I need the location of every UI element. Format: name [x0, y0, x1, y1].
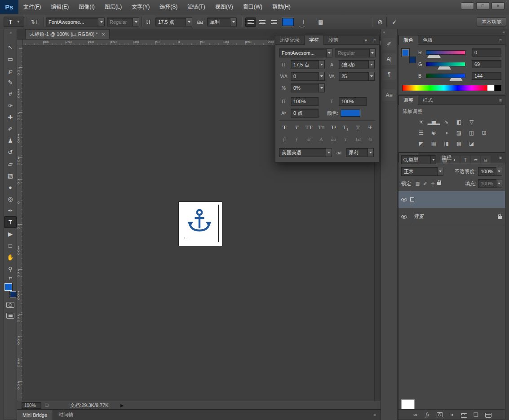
foreground-color-swatch[interactable]	[4, 283, 12, 291]
red-value-field[interactable]: 0	[472, 48, 501, 57]
char-font-family-select[interactable]: FontAwesom...	[279, 48, 332, 57]
char-font-style-select[interactable]: Regular	[335, 48, 376, 57]
clone-stamp-tool[interactable]: ♟	[4, 135, 17, 146]
dropdown-arrow-icon[interactable]	[437, 167, 443, 175]
dropdown-arrow-icon[interactable]	[430, 156, 436, 164]
background-layer-thumbnail[interactable]	[401, 399, 415, 409]
char-anti-alias-select[interactable]: 犀利	[346, 148, 374, 157]
collapse-dock-icon[interactable]: «	[503, 31, 505, 35]
dropdown-arrow-icon[interactable]	[319, 84, 324, 92]
dropdown-arrow-icon[interactable]	[326, 49, 332, 57]
subscript-button[interactable]: T₁	[340, 123, 351, 132]
selective-color-icon[interactable]: ◪	[466, 139, 477, 148]
zoom-level-field[interactable]: 100%	[22, 402, 41, 409]
char-leading-select[interactable]: (自动)	[339, 60, 375, 69]
invert-icon[interactable]: ◩	[416, 139, 427, 148]
menu-help[interactable]: 帮助(H)	[267, 0, 296, 14]
dropdown-arrow-icon[interactable]	[368, 72, 374, 80]
lock-all-icon[interactable]	[437, 182, 441, 185]
layer-row-text[interactable]: T	[398, 191, 505, 208]
dropdown-arrow-icon[interactable]	[496, 167, 502, 175]
minimize-button[interactable]: ─	[461, 2, 474, 9]
menu-file[interactable]: 文件(F)	[18, 0, 46, 14]
eyedropper-tool[interactable]: ✑	[4, 100, 17, 111]
discretionary-ligatures-button[interactable]: st	[304, 135, 314, 144]
crop-tool[interactable]: #	[4, 88, 17, 100]
tab-history[interactable]: 历史记录	[275, 35, 304, 44]
menu-window[interactable]: 窗口(W)	[238, 0, 267, 14]
type-layer-filter-icon[interactable]: T	[460, 156, 470, 164]
tab-mini-bridge[interactable]: Mini Bridge	[17, 410, 53, 420]
threshold-icon[interactable]: ◨	[441, 139, 452, 148]
faux-bold-button[interactable]: T	[279, 123, 290, 132]
rectangle-tool[interactable]: □	[4, 240, 17, 251]
dropdown-arrow-icon[interactable]	[319, 61, 324, 69]
new-layer-icon[interactable]: ❏	[473, 411, 479, 418]
color-lookup-icon[interactable]: ⊞	[478, 128, 490, 137]
dropdown-arrow-icon[interactable]	[367, 149, 373, 157]
delete-layer-icon[interactable]	[485, 413, 491, 418]
gradient-tool[interactable]: ▧	[4, 170, 17, 181]
char-language-select[interactable]: 美国英语	[279, 148, 332, 157]
all-caps-button[interactable]: TT	[304, 123, 314, 132]
slider-thumb[interactable]	[449, 68, 463, 81]
font-size-select[interactable]: 17.5 点	[155, 18, 192, 26]
opacity-select[interactable]: 100%	[478, 167, 502, 176]
brush-tool[interactable]: ✐	[4, 123, 17, 135]
lock-transparency-icon[interactable]: ▨	[414, 180, 421, 187]
status-flyout-arrow-icon[interactable]: ▶	[120, 403, 124, 408]
titling-alternates-button[interactable]: T	[340, 135, 351, 144]
layer-mask-icon[interactable]	[437, 412, 443, 417]
dropdown-arrow-icon[interactable]	[186, 18, 192, 26]
document-status-icon[interactable]: ❏	[45, 403, 49, 407]
dropdown-arrow-icon[interactable]	[368, 61, 374, 69]
shape-layer-filter-icon[interactable]: ▱	[471, 156, 480, 164]
layer-row-background[interactable]: 背景	[398, 208, 505, 225]
menu-edit[interactable]: 编辑(E)	[46, 0, 74, 14]
vibrance-icon[interactable]: ▽	[466, 118, 477, 127]
adjustment-layer-icon[interactable]: ◑	[449, 411, 455, 418]
dropdown-arrow-icon[interactable]	[319, 72, 324, 80]
rectangular-marquee-tool[interactable]: ▭	[4, 53, 17, 65]
red-slider[interactable]	[426, 50, 465, 55]
collapse-panel-icon[interactable]: »	[362, 35, 371, 44]
curves-icon[interactable]: ∿	[441, 118, 452, 127]
foreground-color-swatch[interactable]	[402, 49, 409, 57]
dropdown-arrow-icon[interactable]	[369, 49, 375, 57]
blur-tool[interactable]: ●	[4, 181, 17, 193]
superscript-button[interactable]: T¹	[328, 123, 339, 132]
layer-visibility-toggle[interactable]	[398, 208, 410, 225]
background-color-swatch[interactable]	[10, 291, 16, 298]
zoom-tool[interactable]: ⚲	[4, 263, 17, 275]
color-spectrum-ramp[interactable]	[402, 85, 501, 91]
brightness-contrast-icon[interactable]: ☀	[416, 118, 427, 127]
panel-menu-icon[interactable]: ≡	[496, 96, 505, 105]
workspace-switcher-button[interactable]: 基本功能	[477, 18, 506, 26]
char-vscale-field[interactable]: 100%	[291, 97, 319, 106]
document-tab[interactable]: 未标题-1 @ 100% (□, RGB/8) * ×	[25, 29, 110, 39]
font-style-select[interactable]: Regular	[107, 18, 139, 26]
posterize-icon[interactable]: ▦	[428, 139, 439, 148]
tab-paragraph[interactable]: 段落	[324, 35, 343, 44]
gradient-map-icon[interactable]: ▩	[453, 139, 465, 148]
link-layers-icon[interactable]: ∞	[412, 411, 419, 418]
pixel-layer-filter-icon[interactable]: ▨	[440, 156, 449, 164]
warp-text-icon[interactable]: T	[298, 18, 309, 26]
menu-image[interactable]: 图像(I)	[74, 0, 99, 14]
char-size-select[interactable]: 17.5 点	[291, 60, 325, 69]
tab-timeline[interactable]: 时间轴	[53, 410, 79, 420]
layer-visibility-toggle[interactable]	[398, 191, 410, 208]
tab-styles[interactable]: 样式	[418, 96, 437, 105]
adjustment-layer-filter-icon[interactable]: ◐	[450, 156, 460, 164]
expand-dock-icon[interactable]: «	[381, 29, 397, 36]
toolbox-collapse-grip[interactable]: »	[4, 29, 17, 35]
char-baseline-field[interactable]: 0 点	[291, 109, 319, 118]
ordinals-button[interactable]: 1st	[353, 135, 363, 144]
char-tsume-select[interactable]: 0%	[291, 83, 325, 92]
blue-value-field[interactable]: 144	[472, 72, 501, 80]
type-tool[interactable]: T	[4, 216, 17, 228]
healing-brush-tool[interactable]: ✚	[4, 111, 17, 123]
brush-presets-panel-icon[interactable]: ✐	[382, 38, 396, 50]
swash-button[interactable]: A	[316, 135, 327, 144]
faux-italic-button[interactable]: T	[291, 123, 302, 132]
